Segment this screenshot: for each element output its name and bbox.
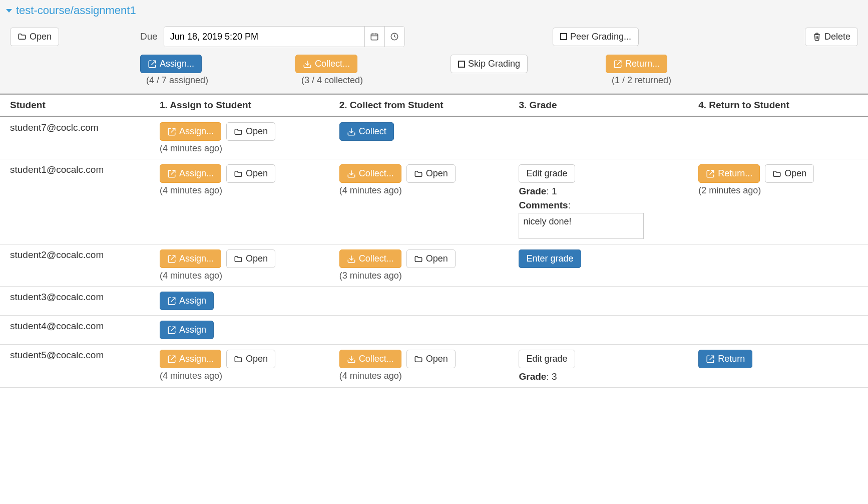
col-grade: 3. Grade: [509, 94, 688, 117]
open-button[interactable]: Open: [406, 249, 456, 268]
folder-open-icon: [234, 355, 243, 364]
folder-open-icon: [18, 32, 27, 41]
open-label: Open: [30, 32, 52, 42]
skip-grading-button[interactable]: Skip Grading: [451, 55, 528, 73]
folder-open-icon: [234, 127, 243, 136]
share-out-icon: [148, 60, 157, 69]
bulk-return-button[interactable]: Return...: [606, 55, 667, 73]
square-icon: [458, 61, 465, 68]
assign-time-ago: (4 minutes ago): [160, 143, 319, 154]
comments-box[interactable]: nicely done!: [519, 213, 644, 239]
col-assign: 1. Assign to Student: [150, 94, 329, 117]
edit-grade-button[interactable]: Edit grade: [519, 164, 575, 183]
due-label: Due: [140, 31, 158, 42]
share-out-icon: [706, 355, 715, 364]
edit-grade-button[interactable]: Edit grade: [519, 350, 575, 368]
share-out-icon: [167, 355, 176, 364]
grade-value-line: Grade: 3: [519, 371, 678, 382]
collect-time-ago: (4 minutes ago): [339, 185, 499, 196]
share-out-icon: [167, 326, 176, 335]
return-button[interactable]: Return: [698, 350, 752, 368]
bulk-collect-label: Collect...: [315, 59, 350, 69]
share-out-icon: [167, 127, 176, 136]
folder-open-icon: [414, 355, 423, 364]
collect-button[interactable]: Collect...: [339, 350, 401, 368]
delete-button[interactable]: Delete: [805, 28, 858, 46]
time-picker-button[interactable]: [384, 27, 404, 47]
table-row: student7@coclc.com Assign... Open (4 min…: [0, 117, 868, 159]
assign-time-ago: (4 minutes ago): [160, 371, 319, 381]
student-email: student2@cocalc.com: [0, 244, 150, 287]
bulk-assign-button[interactable]: Assign...: [140, 55, 202, 73]
collect-button[interactable]: Collect...: [339, 164, 401, 183]
assign-button[interactable]: Assign...: [160, 122, 221, 141]
students-table: Student 1. Assign to Student 2. Collect …: [0, 94, 868, 388]
open-assignment-button[interactable]: Open: [10, 28, 59, 46]
assign-button[interactable]: Assign...: [160, 350, 221, 368]
folder-open-icon: [414, 169, 423, 178]
folder-open-icon: [772, 169, 781, 178]
col-student: Student: [0, 94, 150, 117]
collect-time-ago: (3 minutes ago): [339, 271, 499, 281]
peer-grading-label: Peer Grading...: [570, 32, 631, 42]
share-out-icon: [613, 60, 622, 69]
collect-time-ago: (4 minutes ago): [339, 371, 499, 381]
collect-button[interactable]: Collect: [339, 122, 394, 141]
open-button[interactable]: Open: [226, 122, 275, 141]
caret-down-icon: [6, 9, 12, 13]
assign-button[interactable]: Assign...: [160, 164, 221, 183]
trash-icon: [812, 32, 821, 41]
return-time-ago: (2 minutes ago): [698, 185, 858, 196]
collect-summary: (3 / 4 collected): [295, 75, 363, 86]
delete-label: Delete: [824, 32, 850, 42]
skip-grading-label: Skip Grading: [468, 59, 520, 69]
assign-summary: (4 / 7 assigned): [140, 75, 208, 86]
col-return: 4. Return to Student: [688, 94, 868, 117]
grade-value-line: Grade: 1: [519, 186, 678, 197]
calendar-icon: [370, 32, 379, 41]
assignment-panel: test-course/assignment1 Open Due: [0, 0, 868, 94]
open-button[interactable]: Open: [406, 164, 456, 183]
bulk-return-label: Return...: [625, 59, 660, 69]
table-row: student2@cocalc.com Assign... Open (4 mi…: [0, 244, 868, 287]
due-date-input[interactable]: [164, 27, 364, 47]
due-date-input-group: [164, 26, 405, 47]
bulk-action-row: Assign... (4 / 7 assigned) Collect... (3…: [0, 55, 868, 93]
panel-header[interactable]: test-course/assignment1: [0, 0, 868, 21]
share-in-icon: [347, 127, 356, 136]
return-button[interactable]: Return...: [698, 164, 760, 183]
open-button[interactable]: Open: [226, 249, 275, 268]
table-row: student1@cocalc.com Assign... Open (4 mi…: [0, 159, 868, 244]
bulk-assign-label: Assign...: [160, 59, 194, 69]
student-email: student5@cocalc.com: [0, 345, 150, 388]
bulk-collect-button[interactable]: Collect...: [295, 55, 357, 73]
peer-grading-button[interactable]: Peer Grading...: [553, 28, 639, 46]
table-row: student4@cocalc.comAssign: [0, 316, 868, 345]
folder-open-icon: [234, 255, 243, 264]
assign-time-ago: (4 minutes ago): [160, 185, 319, 196]
open-button[interactable]: Open: [226, 164, 275, 183]
comments-label-line: Comments:: [519, 200, 678, 211]
share-out-icon: [167, 297, 176, 306]
share-in-icon: [347, 169, 356, 178]
student-email: student1@cocalc.com: [0, 159, 150, 244]
enter-grade-button[interactable]: Enter grade: [519, 249, 581, 268]
share-out-icon: [167, 255, 176, 264]
collect-button[interactable]: Collect...: [339, 249, 401, 268]
share-out-icon: [167, 169, 176, 178]
open-button[interactable]: Open: [406, 350, 456, 368]
assign-button[interactable]: Assign...: [160, 249, 221, 268]
assign-button[interactable]: Assign: [160, 292, 214, 310]
student-email: student3@cocalc.com: [0, 287, 150, 316]
calendar-picker-button[interactable]: [364, 27, 384, 47]
open-button[interactable]: Open: [226, 350, 275, 368]
breadcrumb[interactable]: test-course/assignment1: [16, 4, 136, 17]
share-out-icon: [706, 169, 715, 178]
open-button[interactable]: Open: [765, 164, 814, 183]
toolbar-row: Open Due Peer Grading...: [0, 21, 868, 55]
table-row: student3@cocalc.comAssign: [0, 287, 868, 316]
assign-button[interactable]: Assign: [160, 321, 214, 339]
share-in-icon: [303, 60, 312, 69]
table-row: student5@cocalc.com Assign... Open (4 mi…: [0, 345, 868, 388]
share-in-icon: [347, 355, 356, 364]
